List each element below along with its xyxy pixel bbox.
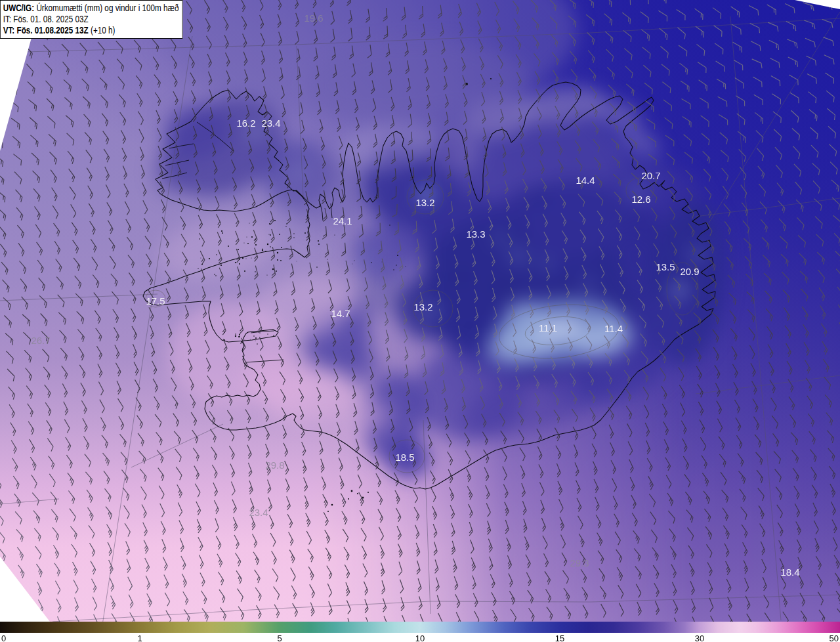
svg-text:29.8: 29.8 [265, 460, 284, 471]
svg-text:19.6: 19.6 [304, 12, 323, 24]
svg-text:18.4: 18.4 [780, 567, 799, 578]
svg-text:24.1: 24.1 [333, 215, 352, 226]
svg-text:23.4: 23.4 [261, 118, 280, 129]
svg-text:13.3: 13.3 [466, 228, 485, 240]
svg-text:11.4: 11.4 [604, 323, 623, 334]
svg-text:13.2: 13.2 [415, 197, 434, 208]
svg-text:14.4: 14.4 [576, 175, 595, 186]
svg-text:0: 0 [1, 633, 6, 642]
svg-text:16.2: 16.2 [236, 118, 255, 129]
svg-text:20.7: 20.7 [641, 170, 660, 181]
svg-text:26.7: 26.7 [31, 335, 50, 346]
svg-text:10: 10 [415, 633, 425, 642]
svg-text:15: 15 [555, 633, 564, 642]
svg-text:50: 50 [830, 633, 839, 642]
svg-text:18.5: 18.5 [395, 452, 414, 463]
svg-text:29.3: 29.3 [570, 557, 589, 568]
svg-text:12.6: 12.6 [631, 194, 650, 205]
svg-text:14.7: 14.7 [331, 308, 350, 319]
svg-text:1: 1 [137, 633, 142, 642]
svg-text:13.2: 13.2 [413, 301, 432, 312]
svg-text:30: 30 [695, 633, 704, 642]
svg-text:13.5: 13.5 [656, 261, 675, 272]
svg-text:11.1: 11.1 [539, 322, 557, 333]
svg-text:20.9: 20.9 [680, 266, 699, 277]
svg-text:17.5: 17.5 [146, 295, 165, 307]
svg-text:5: 5 [277, 633, 282, 642]
svg-text:23.4: 23.4 [249, 507, 268, 518]
